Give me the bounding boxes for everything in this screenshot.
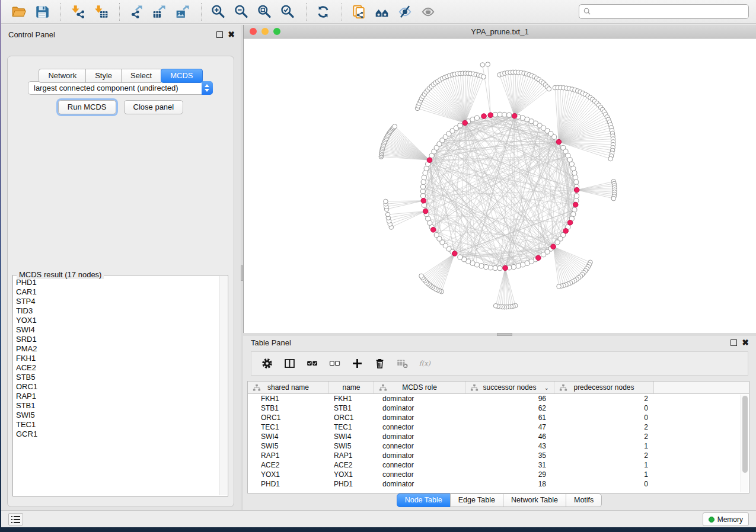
table-cell[interactable]: 0	[554, 413, 654, 422]
table-row[interactable]: SWI4SWI4dominator462	[248, 432, 749, 441]
graph-hub-node[interactable]	[423, 209, 428, 214]
close-panel-button[interactable]: Close panel	[124, 100, 184, 114]
graph-satellite-nodes[interactable]	[379, 62, 617, 309]
table-cell[interactable]: 1	[554, 460, 654, 470]
table-cell[interactable]: 2	[554, 451, 654, 460]
table-cell[interactable]: PHD1	[329, 479, 374, 489]
table-cell[interactable]: YOX1	[248, 470, 329, 479]
column-header-MCDS-role[interactable]: MCDS role	[374, 382, 465, 393]
graph-hub-node[interactable]	[503, 265, 508, 271]
table-cell[interactable]: TEC1	[248, 422, 329, 432]
mcds-result-item[interactable]: STB1	[16, 401, 218, 411]
tab-mcds[interactable]: MCDS	[161, 69, 202, 83]
table-cell[interactable]: dominator	[374, 479, 465, 489]
graph-hub-node[interactable]	[427, 158, 432, 163]
graph-hub-node[interactable]	[512, 113, 517, 118]
table-cell[interactable]: 1	[554, 441, 654, 451]
graph-hub-node[interactable]	[421, 198, 426, 203]
table-row[interactable]: ACE2ACE2connector311	[248, 460, 749, 470]
tab-style[interactable]: Style	[85, 69, 122, 83]
table-cell[interactable]: 46	[465, 432, 554, 441]
float-table-panel-icon[interactable]	[731, 339, 737, 346]
table-cell[interactable]: FKH1	[248, 394, 329, 403]
table-row[interactable]: PHD1PHD1dominator180	[248, 479, 749, 489]
table-cell[interactable]: SWI4	[329, 432, 374, 441]
network-window-titlebar[interactable]: YPA_prune.txt_1	[244, 25, 756, 39]
table-cell[interactable]: RAP1	[329, 451, 374, 460]
export-table-button[interactable]	[149, 2, 170, 22]
table-row[interactable]: RAP1RAP1dominator352	[248, 451, 749, 460]
graph-hub-node[interactable]	[536, 255, 541, 261]
table-cell[interactable]: TEC1	[329, 422, 374, 432]
table-cell[interactable]: 29	[465, 470, 554, 479]
table-cell[interactable]: 2	[554, 394, 654, 403]
optimization-criterion-dropdown[interactable]: largest connected component (undirected)	[28, 81, 213, 95]
unselect-all-columns-button[interactable]	[327, 356, 342, 371]
tab-network-table[interactable]: Network Table	[503, 493, 566, 507]
column-header-predecessor-nodes[interactable]: predecessor nodes	[554, 382, 654, 393]
network-canvas[interactable]	[244, 39, 756, 333]
table-cell[interactable]: connector	[374, 470, 465, 479]
table-cell[interactable]: connector	[374, 441, 465, 451]
open-file-button[interactable]	[8, 2, 30, 22]
table-cell[interactable]: connector	[374, 422, 465, 432]
mcds-result-item[interactable]: PHD1	[16, 278, 218, 287]
table-cell[interactable]: 31	[465, 460, 554, 470]
table-cell[interactable]: 2	[554, 422, 654, 432]
table-cell[interactable]: ORC1	[248, 413, 329, 422]
close-panel-icon[interactable]: ✖	[228, 31, 235, 38]
mcds-result-item[interactable]: ORC1	[16, 382, 218, 392]
import-table-button[interactable]	[90, 2, 111, 22]
import-network-button[interactable]	[67, 2, 88, 22]
table-cell[interactable]: dominator	[374, 432, 465, 441]
network-clone-button[interactable]	[348, 2, 369, 22]
table-cell[interactable]: dominator	[374, 394, 465, 403]
hide-selected-button[interactable]	[394, 2, 416, 22]
run-mcds-button[interactable]: Run MCDS	[58, 100, 116, 114]
mcds-result-item[interactable]: ACE2	[16, 363, 218, 373]
zoom-in-button[interactable]	[208, 2, 229, 22]
table-row[interactable]: STB1STB1dominator620	[248, 403, 749, 413]
tab-select[interactable]: Select	[121, 69, 161, 83]
table-cell[interactable]: connector	[374, 460, 465, 470]
network-graph[interactable]	[244, 39, 756, 333]
table-cell[interactable]: dominator	[374, 413, 465, 422]
add-column-button[interactable]	[350, 356, 364, 371]
table-cell[interactable]: 96	[465, 394, 554, 403]
table-cell[interactable]: YOX1	[329, 470, 374, 479]
mcds-result-item[interactable]: SWI4	[16, 325, 218, 335]
tab-node-table[interactable]: Node Table	[397, 493, 451, 507]
mcds-result-item[interactable]: PMA2	[16, 344, 218, 354]
table-cell[interactable]: STB1	[329, 403, 374, 413]
find-button[interactable]	[371, 2, 393, 22]
zoom-selected-button[interactable]	[277, 2, 298, 22]
column-header-name[interactable]: name	[329, 382, 374, 393]
delete-column-button[interactable]	[372, 356, 387, 371]
table-cell[interactable]: 0	[554, 403, 654, 413]
mcds-result-item[interactable]: SRD1	[16, 335, 218, 344]
float-panel-icon[interactable]	[216, 31, 223, 38]
table-row[interactable]: FKH1FKH1dominator962	[248, 394, 749, 403]
table-cell[interactable]: SWI5	[248, 441, 329, 451]
table-cell[interactable]: dominator	[374, 451, 465, 460]
mcds-result-item[interactable]: STP4	[16, 297, 218, 306]
mcds-result-scrollbar[interactable]	[219, 276, 227, 495]
graph-hub-node[interactable]	[488, 113, 493, 118]
mcds-result-item[interactable]: SWI5	[16, 411, 218, 420]
table-cell[interactable]: 0	[554, 479, 654, 489]
table-scrollbar[interactable]	[741, 395, 748, 492]
select-all-columns-button[interactable]	[305, 356, 319, 371]
tab-motifs[interactable]: Motifs	[566, 493, 602, 507]
split-columns-button[interactable]	[282, 356, 296, 371]
table-cell[interactable]: PHD1	[248, 479, 329, 489]
graph-hub-node[interactable]	[574, 187, 579, 193]
memory-button[interactable]: Memory	[703, 512, 749, 526]
graph-hub-node[interactable]	[430, 227, 436, 233]
table-cell[interactable]: 61	[465, 413, 554, 422]
column-header-shared-name[interactable]: shared name	[248, 382, 329, 393]
table-cell[interactable]: RAP1	[248, 451, 329, 460]
apply-layout-button[interactable]	[312, 2, 334, 22]
task-history-button[interactable]	[8, 513, 23, 525]
mcds-result-item[interactable]: TID3	[16, 306, 218, 316]
table-cell[interactable]: FKH1	[329, 394, 374, 403]
